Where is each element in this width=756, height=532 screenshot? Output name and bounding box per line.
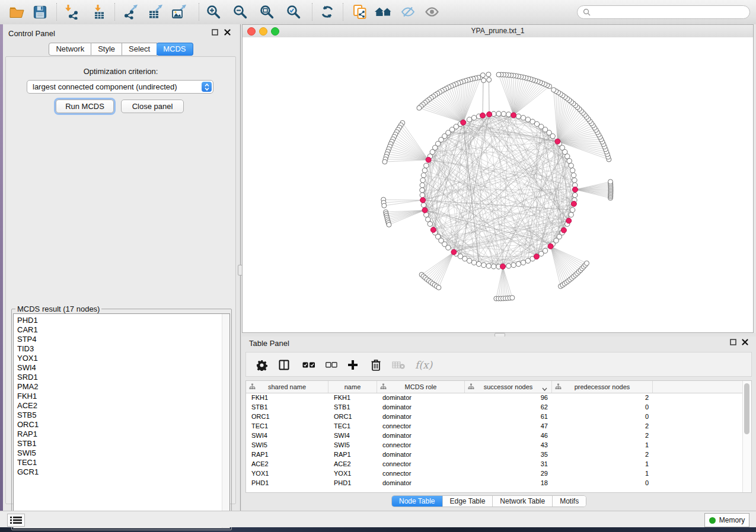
tab-network-table[interactable]: Network Table [492,496,552,507]
table-row[interactable]: FKH1FKH1dominator962 [246,393,743,402]
table-row[interactable]: SWI4SWI4dominator462 [246,431,743,440]
table-row[interactable]: TEC1TEC1connector472 [246,421,743,431]
list-item[interactable]: SRD1 [14,373,229,382]
show-all-eye-icon[interactable] [423,4,440,20]
table-row[interactable]: PHD1PHD1dominator180 [246,478,743,488]
export-table-icon[interactable] [147,4,164,20]
table-cell: 43 [465,440,552,450]
task-history-list-button[interactable] [7,514,25,527]
table-row[interactable]: SWI5SWI5connector431 [246,440,743,450]
list-item[interactable]: ACE2 [14,401,229,411]
tab-motifs[interactable]: Motifs [552,496,586,507]
tab-edge-table[interactable]: Edge Table [442,496,493,507]
search-box[interactable] [577,5,750,19]
table-row[interactable]: ORC1ORC1dominator610 [246,412,743,421]
list-item[interactable]: TID3 [14,344,229,354]
column-header-successor-nodes[interactable]: successor nodes [465,381,552,393]
table-cell: 2 [552,450,653,459]
table-cell: dominator [377,412,465,421]
list-item[interactable]: PMA2 [14,382,229,392]
list-item[interactable]: SWI5 [14,448,229,458]
tab-node-table[interactable]: Node Table [392,496,442,507]
tab-style[interactable]: Style [91,43,122,56]
scrollbar-thumb[interactable] [744,383,749,434]
mcds-list-scrollbar[interactable] [222,314,229,528]
list-item[interactable]: RAP1 [14,430,229,439]
table-cell: FKH1 [328,393,377,402]
table-row[interactable]: STB1STB1dominator620 [246,402,743,412]
list-item[interactable]: FKH1 [14,392,229,401]
table-cell: dominator [377,450,465,459]
share-clipboard-icon[interactable] [352,4,368,20]
table-scrollbar[interactable] [742,381,751,492]
zoom-fit-icon[interactable] [259,4,275,20]
table-cell: 29 [465,469,552,478]
table-cell: ORC1 [246,412,328,421]
home-layout-icon[interactable] [374,4,394,20]
close-panel-icon[interactable] [224,28,231,36]
column-header-MCDS-role[interactable]: MCDS role [377,381,465,393]
table-body: FKH1FKH1dominator962STB1STB1dominator620… [246,393,743,492]
zoom-selected-icon[interactable] [285,4,302,20]
table-cell: 0 [552,402,653,412]
list-item[interactable]: STB5 [14,411,229,420]
mcds-result-list[interactable]: PHD1CAR1STP4TID3YOX1SWI4SRD1PMA2FKH1ACE2… [13,313,230,528]
list-item[interactable]: SWI4 [14,363,229,373]
column-header-name[interactable]: name [328,381,377,393]
list-item[interactable]: CAR1 [14,325,229,335]
memory-status-dot [709,517,716,524]
table-cell: 47 [465,421,552,431]
memory-button[interactable]: Memory [704,513,749,527]
list-item[interactable]: YOX1 [14,354,229,363]
toolbar-separator [114,3,115,21]
table-cell: connector [377,421,465,431]
search-input[interactable] [594,8,749,17]
toolbar-separator [343,3,343,21]
tab-network[interactable]: Network [49,43,91,56]
network-graph-canvas[interactable] [243,37,753,332]
refresh-view-icon[interactable] [319,4,336,20]
show-columns-icon[interactable] [279,358,289,371]
table-cell: PHD1 [328,478,377,488]
list-item[interactable]: GCR1 [14,467,229,477]
tab-select[interactable]: Select [122,43,157,56]
table-cell: dominator [377,402,465,412]
table-options-gear-icon[interactable] [256,358,267,371]
float-panel-icon[interactable] [211,28,219,36]
column-header-shared-name[interactable]: shared name [246,381,328,393]
run-mcds-button[interactable]: Run MCDS [56,100,114,113]
toolbar-separator [199,3,199,21]
table-cell: dominator [377,478,465,488]
column-header-predecessor-nodes[interactable]: predecessor nodes [552,381,653,393]
table-row[interactable]: YOX1YOX1connector291 [246,469,743,478]
float-panel-icon[interactable] [729,338,737,346]
zoom-out-icon[interactable] [232,4,248,20]
deselect-all-checkboxes-icon[interactable] [326,358,337,371]
control-panel-tabs: NetworkStyleSelectMCDS [3,43,239,56]
list-item[interactable]: STB1 [14,439,229,448]
delete-column-trash-icon[interactable] [371,358,381,371]
table-cell: PHD1 [246,478,328,488]
add-column-icon[interactable] [347,358,358,371]
table-row[interactable]: ACE2ACE2connector311 [246,459,743,469]
hide-selected-eye-slash-icon[interactable] [400,4,416,20]
export-network-icon[interactable] [122,4,139,20]
list-item[interactable]: TEC1 [14,458,229,467]
list-item[interactable]: STP4 [14,335,229,344]
close-panel-icon[interactable] [741,338,749,346]
zoom-in-icon[interactable] [205,4,222,20]
table-row[interactable]: RAP1RAP1dominator352 [246,450,743,459]
import-table-icon[interactable] [90,4,107,20]
save-session-icon[interactable] [31,4,48,20]
tab-mcds[interactable]: MCDS [157,43,193,56]
network-window-titlebar[interactable]: YPA_prune.txt_1 [243,25,753,38]
criterion-select[interactable]: largest connected component (undirected) [27,80,213,94]
list-item[interactable]: ORC1 [14,420,229,430]
import-network-icon[interactable] [63,4,79,20]
list-item[interactable]: PHD1 [14,316,229,325]
select-all-checkboxes-icon[interactable] [302,358,315,371]
export-image-icon[interactable] [171,4,187,20]
close-panel-button[interactable]: Close panel [121,100,184,113]
criterion-selected-value: largest connected component (undirected) [33,82,177,91]
open-file-icon[interactable] [8,4,25,20]
